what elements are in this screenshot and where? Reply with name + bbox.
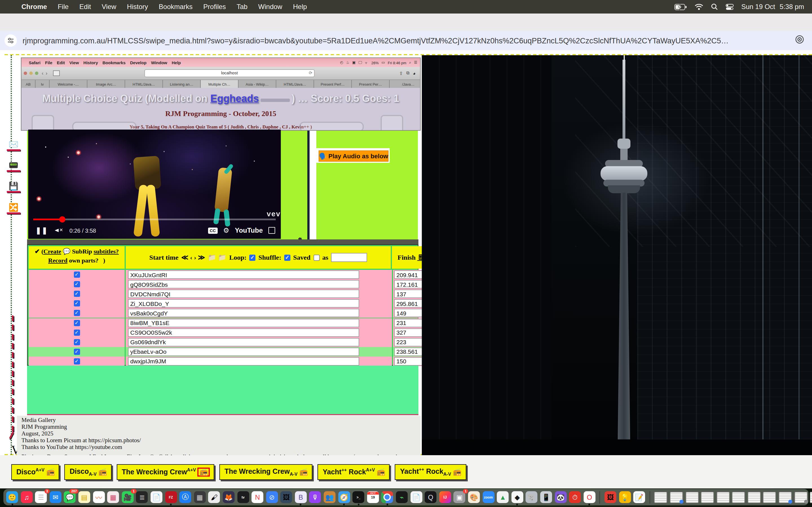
video-id-input[interactable]: [128, 357, 359, 365]
minimized-window-thumb[interactable]: [748, 492, 761, 503]
dock-icon-document[interactable]: 📄: [151, 491, 162, 503]
create-link[interactable]: Create: [43, 248, 61, 255]
dock-icon-podcasts[interactable]: 🎙: [309, 491, 321, 503]
eggheads-link[interactable]: Eggheads: [210, 93, 259, 104]
video-id-input[interactable]: [128, 270, 359, 279]
dock-icon-grid-utility[interactable]: ▦: [194, 491, 206, 503]
dock-icon-messages[interactable]: 💬207: [64, 491, 76, 503]
dock-icon-green-terminal[interactable]: ⌁: [396, 491, 408, 503]
inner-tab[interactable]: /Java…: [390, 80, 421, 88]
menu-item-edit[interactable]: Edit: [79, 3, 91, 11]
row-checkbox[interactable]: ✓: [73, 272, 80, 278]
dock-icon-contacts[interactable]: 👥: [324, 491, 336, 503]
minimized-window-thumb[interactable]: [716, 492, 729, 503]
inner-tab[interactable]: HTML/Java…: [276, 80, 314, 88]
folder-icons[interactable]: 📁 📁: [208, 253, 226, 262]
playlist-button[interactable]: DiscoA+V📻: [11, 464, 59, 480]
minimized-window-thumb[interactable]: [701, 492, 714, 503]
menu-item-chrome[interactable]: Chrome: [21, 3, 47, 11]
dock-icon-wave-app[interactable]: 〰: [93, 491, 105, 503]
site-settings-icon[interactable]: [4, 34, 17, 47]
minimized-window-thumb[interactable]: [794, 492, 807, 503]
video-id-input[interactable]: [128, 348, 359, 356]
video-progress-track[interactable]: [33, 219, 276, 220]
playlist-button[interactable]: The Wrecking CrewA+V📻: [117, 464, 214, 480]
menu-item-bookmarks[interactable]: Bookmarks: [159, 3, 193, 11]
wifi-icon[interactable]: [695, 4, 703, 10]
dock-icon-filezilla[interactable]: FZ: [165, 491, 177, 503]
dock-icon-opera[interactable]: O: [583, 491, 596, 503]
inner-tab[interactable]: Present Perf…: [314, 80, 352, 88]
pause-button[interactable]: ❚❚: [36, 226, 48, 234]
seek-nav-buttons[interactable]: ≪ ‹ › ≫: [181, 253, 205, 262]
dock-icon-finder[interactable]: 🙂: [6, 491, 18, 503]
row-checkbox[interactable]: ✓: [73, 310, 80, 316]
menu-item-file[interactable]: File: [58, 3, 69, 11]
record-link[interactable]: Record: [48, 257, 67, 264]
row-checkbox[interactable]: ✓: [73, 300, 80, 307]
dock-icon-photo-thumbnail[interactable]: 🖼: [281, 491, 292, 503]
row-checkbox[interactable]: ✓: [73, 339, 80, 345]
video-id-input[interactable]: [128, 319, 359, 327]
video-id-input[interactable]: [128, 309, 359, 318]
inner-tab[interactable]: HTML/Java…: [125, 80, 163, 88]
minimized-window-thumb[interactable]: [732, 492, 745, 503]
menu-item-tab[interactable]: Tab: [237, 3, 248, 11]
menu-item-history[interactable]: History: [127, 3, 148, 11]
dock-icon-calendar[interactable]: 19: [367, 491, 379, 503]
inner-tab[interactable]: Listening an…: [163, 80, 201, 88]
minimized-window-thumb[interactable]: [670, 492, 683, 503]
dock-icon-music[interactable]: ♫: [20, 491, 33, 503]
dock-icon-dial-app[interactable]: ⏱: [569, 491, 581, 503]
dock-icon-quicktime[interactable]: Q: [424, 491, 437, 503]
minimized-window-thumb[interactable]: [763, 492, 776, 503]
saved-as-input[interactable]: [331, 253, 367, 262]
dock-icon-photo-card-app[interactable]: 🖼: [605, 491, 616, 503]
youtube-logo[interactable]: YouTube: [235, 226, 263, 234]
dock-icon-badged-utility[interactable]: ▣1: [454, 491, 465, 503]
menu-item-profiles[interactable]: Profiles: [203, 3, 226, 11]
youtube-player[interactable]: vevo ❚❚ ✕ 0:26 / 3:58 CC ⚙ YouTube: [28, 129, 281, 239]
dock-icon-firefox[interactable]: 🦊: [223, 491, 235, 503]
playlist-button[interactable]: Yacht++ RockA-V📻: [395, 464, 466, 480]
video-id-input[interactable]: [128, 290, 359, 298]
subtitles-link[interactable]: subtitles?: [94, 248, 119, 255]
minimized-window-thumb[interactable]: [654, 492, 667, 503]
row-checkbox[interactable]: ✓: [73, 281, 80, 287]
row-checkbox[interactable]: ✓: [73, 329, 80, 335]
inner-tab[interactable]: AB: [21, 80, 36, 88]
dock-icon-blocked-app[interactable]: ⊘: [266, 491, 278, 503]
cn-tower-photo[interactable]: [422, 55, 812, 456]
menu-bar-clock[interactable]: Sun 19 Oct 5:38 pm: [741, 3, 804, 11]
dock-icon-notes[interactable]: ▤: [79, 491, 90, 503]
dock-icon-intellij[interactable]: IJ: [439, 491, 451, 503]
dock-icon-gimp[interactable]: 🖌: [208, 491, 220, 503]
battery-charging-icon[interactable]: [674, 4, 687, 10]
dock-icon-document[interactable]: 📄: [410, 491, 422, 503]
menu-item-help[interactable]: Help: [293, 3, 307, 11]
dock-icon-bbedit[interactable]: B: [295, 491, 307, 503]
address-input[interactable]: rjmprogramming.com.au/HTMLCSS/swipe_medi…: [22, 36, 772, 45]
dock-icon-white-animal-app[interactable]: 🐘: [526, 491, 538, 503]
row-checkbox[interactable]: ✓: [73, 291, 80, 297]
vevo-watermark[interactable]: vevo: [267, 210, 281, 218]
spotlight-search-icon[interactable]: [711, 3, 718, 10]
video-id-input[interactable]: [128, 338, 359, 346]
dock-icon-news[interactable]: N: [252, 491, 263, 503]
inner-tab[interactable]: Asia - Wikip…: [239, 80, 276, 88]
row-checkbox[interactable]: ✓: [73, 358, 80, 364]
dock-icon-panda-app[interactable]: 🐼: [555, 491, 566, 503]
row-checkbox[interactable]: ✓: [73, 349, 80, 355]
dock-icon-safari[interactable]: 🧭: [338, 491, 350, 503]
playlist-button[interactable]: The Wrecking CrewA-V📻: [219, 464, 312, 480]
muted-volume-icon[interactable]: ✕: [55, 227, 64, 234]
inner-tab[interactable]: Welcome -…: [50, 80, 87, 88]
dock-icon-reminders[interactable]: ☰3: [35, 491, 47, 503]
pager-icon[interactable]: 📟: [7, 161, 20, 172]
dock-icon-idea-app[interactable]: 💡: [619, 491, 631, 503]
inner-tab[interactable]: Image Arc…: [87, 80, 125, 88]
fullscreen-button[interactable]: [268, 227, 275, 234]
inner-tab[interactable]: Multiple Ch…: [201, 80, 239, 88]
video-id-input[interactable]: [128, 328, 359, 337]
dock-icon-chrome[interactable]: [382, 491, 393, 503]
